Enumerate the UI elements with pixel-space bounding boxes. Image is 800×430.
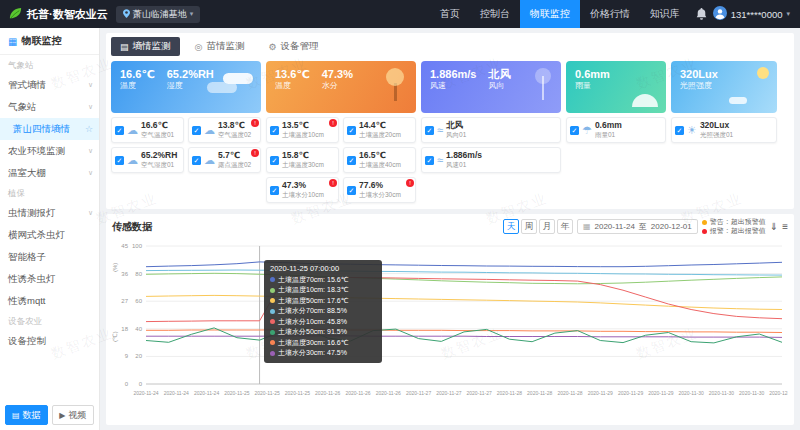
location-selector[interactable]: 萧山临浦基地 ▾ [116, 6, 201, 23]
sidebar-item-农业环境监测[interactable]: 农业环境监测∨ [0, 140, 99, 162]
notification-bell-icon[interactable] [696, 8, 707, 20]
card-value-label: 温度 [275, 81, 310, 91]
sidebar-item-虫情测报灯[interactable]: 虫情测报灯∨ [0, 202, 99, 224]
sidebar-item-性诱mqtt[interactable]: 性诱mqtt [0, 290, 99, 312]
sensor-chip-text: 0.6mm雨量01 [595, 121, 622, 138]
sensor-cards: 16.6℃温度65.2%RH湿度✓☁16.6℃空气温度01✓☁13.8℃空气温度… [111, 61, 789, 203]
svg-text:2020-11-29: 2020-11-29 [618, 390, 643, 396]
tab-device-management[interactable]: ⚙设备管理 [259, 37, 327, 56]
range-button-group: 天周月年 [503, 219, 573, 234]
tab-seedling-monitor[interactable]: ◎苗情监测 [186, 37, 254, 56]
sensor-chip-光照强度01[interactable]: ✓☀320Lux光照强度01 [671, 117, 777, 143]
sensor-chip-露点温度02[interactable]: ✓☁5.7℃露点温度02! [188, 147, 261, 173]
checkbox-icon[interactable]: ✓ [347, 156, 356, 165]
nav-item-知识库[interactable]: 知识库 [640, 0, 690, 28]
data-chart-icon: ▤ [12, 411, 20, 420]
sensor-chip-text: 13.8℃空气温度02 [218, 121, 251, 138]
chevron-down-icon: ∨ [88, 74, 93, 96]
nav-item-价格行情[interactable]: 价格行情 [580, 0, 640, 28]
sidebar-section-设备农业: 设备农业 [0, 312, 99, 330]
sensor-chip-土壤温度30cm[interactable]: ✓15.8℃土壤温度30cm [266, 147, 339, 173]
wind-icon: ≈ [437, 125, 443, 136]
range-button-天[interactable]: 天 [503, 219, 519, 234]
sensor-chip-土壤水分10cm[interactable]: ✓47.3%土壤水分10cm! [266, 177, 339, 203]
checkbox-icon[interactable]: ✓ [192, 156, 201, 165]
svg-text:2020-12-01: 2020-12-01 [769, 390, 788, 396]
sensor-chip-风速01[interactable]: ✓≈1.886m/s风速01 [421, 147, 561, 173]
sensor-column-rain: 0.6mm雨量✓☂0.6mm雨量01 [566, 61, 666, 203]
user-menu[interactable]: 131****0000 ▾ [713, 6, 790, 22]
sidebar-item-智能格子[interactable]: 智能格子 [0, 246, 99, 268]
date-from[interactable]: 2020-11-24 [595, 222, 635, 231]
sensor-value: 77.6% [359, 181, 401, 191]
checkbox-icon[interactable]: ✓ [347, 126, 356, 135]
download-icon[interactable]: ⇓ [770, 222, 778, 232]
sensor-chip-土壤温度10cm[interactable]: ✓13.5℃土壤温度10cm! [266, 117, 339, 143]
sensor-chip-text: 13.5℃土壤温度10cm [282, 121, 324, 138]
svg-text:2020-11-24: 2020-11-24 [194, 390, 219, 396]
sensor-chip-空气湿度01[interactable]: ✓☁65.2%RH空气湿度01 [111, 147, 184, 173]
star-icon[interactable]: ☆ [85, 118, 93, 140]
svg-text:2020-11-26: 2020-11-26 [376, 390, 401, 396]
tooltip-row: 土壤水分50cm: 91.5% [270, 327, 376, 338]
sensor-chip-土壤水分30cm[interactable]: ✓77.6%土壤水分30cm! [343, 177, 416, 203]
checkbox-icon[interactable]: ✓ [675, 126, 684, 135]
checkbox-icon[interactable]: ✓ [270, 156, 279, 165]
sensor-name: 土壤温度40cm [359, 161, 401, 168]
sidebar-item-性诱杀虫灯[interactable]: 性诱杀虫灯 [0, 268, 99, 290]
range-button-年[interactable]: 年 [557, 219, 573, 234]
checkbox-icon[interactable]: ✓ [425, 156, 434, 165]
sidebar-item-横网式杀虫灯[interactable]: 横网式杀虫灯 [0, 224, 99, 246]
sidebar-item-label: 农业环境监测 [8, 140, 65, 162]
sensor-chip-雨量01[interactable]: ✓☂0.6mm雨量01 [566, 117, 666, 143]
nav-item-控制台[interactable]: 控制台 [470, 0, 520, 28]
checkbox-icon[interactable]: ✓ [570, 126, 579, 135]
sensor-chip-风向01[interactable]: ✓≈北风风向01 [421, 117, 561, 143]
sidebar-item-管式墒情[interactable]: 管式墒情∨ [0, 74, 99, 96]
checkbox-icon[interactable]: ✓ [192, 126, 201, 135]
card-value-number: 47.3% [322, 68, 353, 81]
svg-text:20: 20 [135, 353, 142, 359]
svg-text:2020-11-27: 2020-11-27 [406, 390, 431, 396]
card-value: 13.6℃温度 [275, 68, 310, 106]
checkbox-icon[interactable]: ✓ [270, 186, 279, 195]
top-navbar: 托普·数智农业云 萧山临浦基地 ▾ 首页控制台物联监控价格行情知识库 131**… [0, 0, 800, 28]
tab-soil-moisture[interactable]: ▤墒情监测 [111, 37, 180, 56]
checkbox-icon[interactable]: ✓ [425, 126, 434, 135]
sensor-chip-土壤温度40cm[interactable]: ✓16.5℃土壤温度40cm [343, 147, 416, 173]
svg-text:2020-11-28: 2020-11-28 [527, 390, 552, 396]
nav-item-物联监控[interactable]: 物联监控 [520, 0, 580, 28]
alarm-badge: ! [329, 179, 337, 187]
legend-warning: 警告：超出预警值 [702, 218, 766, 227]
svg-text:2020-11-29: 2020-11-29 [588, 390, 613, 396]
data-toggle-button[interactable]: ▤数据 [5, 405, 48, 425]
user-phone: 131****0000 [731, 9, 783, 20]
checkbox-icon[interactable]: ✓ [115, 126, 124, 135]
sidebar-item-气象站[interactable]: 气象站∨ [0, 96, 99, 118]
svg-text:2020-11-27: 2020-11-27 [436, 390, 461, 396]
sensor-chip-空气温度02[interactable]: ✓☁13.8℃空气温度02! [188, 117, 261, 143]
sidebar-item-温室大棚[interactable]: 温室大棚∨ [0, 162, 99, 184]
checkbox-icon[interactable]: ✓ [115, 156, 124, 165]
checkbox-icon[interactable]: ✓ [347, 186, 356, 195]
sensor-value: 14.4℃ [359, 121, 401, 131]
video-toggle-button[interactable]: ▶视频 [52, 405, 95, 425]
range-button-月[interactable]: 月 [539, 219, 555, 234]
date-range-picker[interactable]: ▦ 2020-11-24 至 2020-12-01 [577, 219, 698, 234]
avatar [713, 6, 727, 22]
sensor-chip-土壤温度20cm[interactable]: ✓14.4℃土壤温度20cm [343, 117, 416, 143]
nav-item-首页[interactable]: 首页 [430, 0, 470, 28]
sensor-name: 风速01 [446, 161, 482, 168]
menu-icon[interactable]: ≡ [782, 222, 788, 232]
monitor-grid-icon: ▦ [8, 36, 17, 47]
sidebar-item-萧山四情墒情[interactable]: 萧山四情墒情☆ [0, 118, 99, 140]
sidebar-item-设备控制[interactable]: 设备控制 [0, 330, 99, 352]
date-to[interactable]: 2020-12-01 [651, 222, 692, 231]
sidebar-item-label: 设备控制 [8, 330, 46, 352]
sensor-chip-空气温度01[interactable]: ✓☁16.6℃空气温度01 [111, 117, 184, 143]
tooltip-series-dot [270, 277, 275, 282]
range-button-周[interactable]: 周 [521, 219, 537, 234]
checkbox-icon[interactable]: ✓ [270, 126, 279, 135]
chart-title: 传感数据 [112, 220, 152, 234]
tooltip-series-value: 土壤温度30cm: 16.6℃ [278, 338, 349, 349]
